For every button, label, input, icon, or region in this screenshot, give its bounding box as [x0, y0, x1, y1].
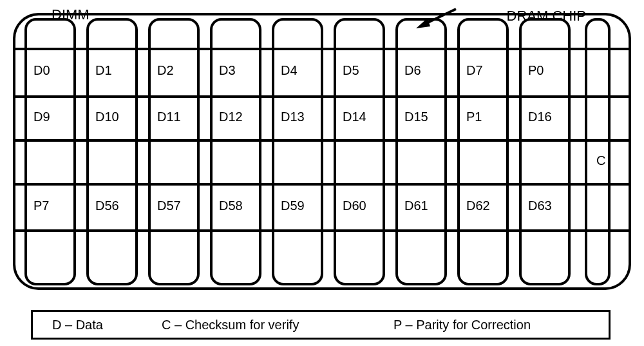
dram-chip	[148, 18, 200, 285]
dram-chip	[334, 18, 385, 285]
dram-chip	[519, 18, 571, 285]
cell: D14	[339, 110, 388, 124]
cell: D16	[524, 110, 573, 124]
dram-chips-row	[24, 18, 623, 285]
dram-chip	[210, 18, 261, 285]
cell: D59	[277, 198, 326, 213]
cell: D9	[30, 110, 79, 124]
cell: D60	[339, 198, 388, 213]
legend-d: D – Data	[52, 318, 162, 332]
cell: D4	[277, 63, 326, 78]
cell: D1	[91, 63, 140, 78]
cell: D12	[215, 110, 264, 124]
cell: D0	[30, 63, 79, 78]
dram-chip	[272, 18, 323, 285]
cell: D15	[401, 110, 450, 124]
cell: D57	[153, 198, 202, 213]
dram-chip	[24, 18, 76, 285]
cell: D58	[215, 198, 264, 213]
cell: D62	[462, 198, 511, 213]
cell: D5	[339, 63, 388, 78]
cell: D63	[524, 198, 573, 213]
legend-c: C – Checksum for verify	[162, 318, 393, 332]
cell: D7	[462, 63, 511, 78]
cell: P7	[30, 198, 79, 213]
cell: D2	[153, 63, 202, 78]
cell: D61	[401, 198, 450, 213]
dram-chip-checksum	[585, 18, 611, 285]
cell: D56	[91, 198, 140, 213]
cell-checksum: C	[591, 153, 617, 168]
cell: D10	[91, 110, 140, 124]
cell: D3	[215, 63, 264, 78]
dram-chip	[86, 18, 138, 285]
cell: D6	[401, 63, 450, 78]
dram-chip	[457, 18, 509, 285]
legend-box: D – Data C – Checksum for verify P – Par…	[31, 310, 611, 340]
cell: D11	[153, 110, 202, 124]
legend-p: P – Parity for Correction	[393, 318, 531, 332]
cell: D13	[277, 110, 326, 124]
cell: P0	[524, 63, 573, 78]
dram-chip	[395, 18, 447, 285]
cell: P1	[462, 110, 511, 124]
